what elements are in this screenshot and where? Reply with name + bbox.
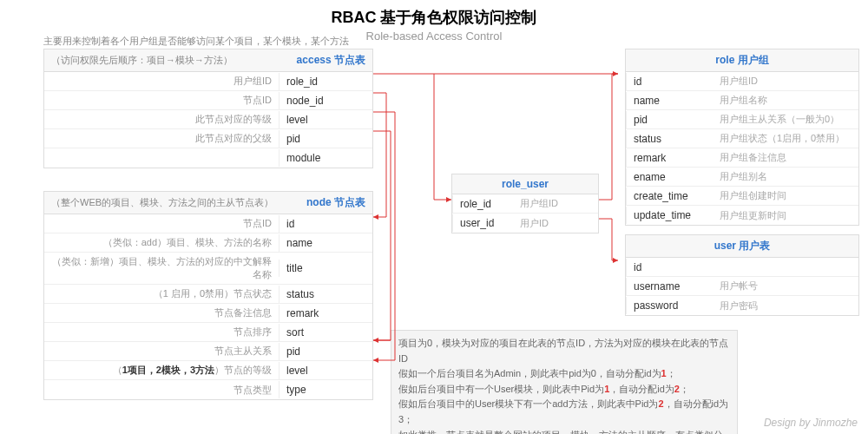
field-label: 此节点对应的父级: [44, 129, 279, 148]
table-row: 节点IDid: [44, 214, 372, 233]
field-label: 用户组ID: [44, 72, 279, 90]
field-label: （类似：新增）项目、模块、方法的对应的中文解释名称: [44, 253, 279, 284]
field-label: 节点ID: [44, 214, 279, 233]
field-name: pid: [279, 130, 372, 148]
field-name: level: [279, 111, 372, 128]
field-note: 用户组备注信息: [713, 148, 858, 167]
field-name: name: [626, 92, 713, 109]
field-note: 用户组主从关系（一般为0）: [713, 110, 858, 128]
table-row: id: [626, 258, 858, 277]
table-name: node 节点表: [306, 195, 365, 210]
table-role: role 用户组 id用户组ID name用户组名称 pid用户组主从关系（一般…: [625, 49, 859, 226]
table-header: （访问权限先后顺序：项目→模块→方法） access 节点表: [44, 49, 372, 72]
field-name: remark: [626, 149, 713, 167]
field-label: 节点类型: [44, 381, 279, 399]
field-label: 此节点对应的等级: [44, 110, 279, 128]
field-label: [44, 155, 279, 161]
field-name: type: [279, 381, 372, 398]
table-name: role 用户组: [715, 53, 768, 68]
explain-line: 项目为0，模块为对应的项目在此表的节点ID，方法为对应的模块在此表的节点ID: [398, 336, 730, 366]
svg-marker-0: [613, 71, 618, 76]
table-row: name用户组名称: [626, 91, 858, 110]
explain-line: 假如后台项目中的User模块下有一个add方法，则此表中Pid为2，自动分配id…: [398, 397, 730, 427]
table-row: （1 启用，0禁用）节点状态status: [44, 285, 372, 304]
svg-marker-2: [373, 214, 378, 220]
field-name: update_time: [626, 207, 713, 224]
field-note: 用户组名称: [713, 91, 858, 109]
table-access: （访问权限先后顺序：项目→模块→方法） access 节点表 用户组IDrole…: [43, 49, 373, 168]
svg-marker-1: [613, 258, 618, 263]
table-row: （类似：add）项目、模块、方法的名称name: [44, 233, 372, 253]
table-row: 节点主从关系pid: [44, 342, 372, 361]
table-row: 节点IDnode_id: [44, 91, 372, 110]
explanation-box: 项目为0，模块为对应的项目在此表的节点ID，方法为对应的模块在此表的节点ID 假…: [391, 330, 738, 434]
field-note: 用户组创建时间: [713, 187, 858, 205]
table-header: role_user: [452, 174, 598, 194]
table-row: 此节点对应的父级pid: [44, 129, 372, 148]
explain-line: 如此类推，节点表就是整个网站的项目、模块、方法的主从顺序，有点类似分类的概念: [398, 428, 730, 434]
table-row: remark用户组备注信息: [626, 148, 858, 168]
explain-line: 假如一个后台项目名为Admin，则此表中pid为0，自动分配id为1；: [398, 366, 730, 382]
field-name: name: [279, 234, 372, 252]
field-label: 节点主从关系: [44, 342, 279, 360]
table-row: 节点排序sort: [44, 323, 372, 342]
field-name: user_id: [452, 214, 513, 232]
table-row: ename用户组别名: [626, 168, 858, 187]
top-description: 主要用来控制着各个用户组是否能够访问某个项目，某个模块，某个方法: [43, 35, 349, 48]
explain-line: 假如后台项目中有一个User模块，则此表中Pid为1，自动分配id为2；: [398, 382, 730, 398]
table-name: access 节点表: [297, 53, 365, 68]
field-note: 用户组别名: [713, 168, 858, 186]
field-name: create_time: [626, 187, 713, 205]
field-note: 用户组状态（1启用，0禁用）: [713, 129, 858, 148]
table-row: 用户组IDrole_id: [44, 72, 372, 91]
table-row: username用户帐号: [626, 277, 858, 296]
field-name: sort: [279, 324, 372, 341]
table-name: user 用户表: [714, 239, 771, 253]
table-row: 此节点对应的等级level: [44, 110, 372, 129]
field-name: username: [626, 278, 713, 295]
table-row: update_time用户组更新时间: [626, 206, 858, 225]
field-label: （类似：add）项目、模块、方法的名称: [44, 233, 279, 252]
table-row: role_id用户组ID: [452, 194, 598, 214]
field-name: id: [626, 73, 713, 90]
table-row: create_time用户组创建时间: [626, 187, 858, 206]
field-name: module: [279, 149, 372, 167]
header-note: （整个WEB的项目、模块、方法之间的主从节点表）: [51, 196, 273, 209]
table-row: user_id用户ID: [452, 214, 598, 233]
main-title: RBAC 基于角色权限访问控制: [0, 7, 868, 28]
table-row: password用户密码: [626, 296, 858, 315]
table-row: pid用户组主从关系（一般为0）: [626, 110, 858, 129]
table-row: status用户组状态（1启用，0禁用）: [626, 129, 858, 148]
table-role-user: role_user role_id用户组ID user_id用户ID: [451, 174, 599, 233]
field-note: 用户组更新时间: [713, 207, 858, 225]
field-note: 用户组ID: [713, 72, 858, 90]
table-row: （1项目，2模块，3方法）节点的等级level: [44, 361, 372, 380]
field-label: （1项目，2模块，3方法）节点的等级: [44, 361, 279, 379]
table-name: role_user: [502, 178, 549, 190]
field-name: id: [626, 259, 713, 276]
field-note: 用户帐号: [713, 277, 858, 295]
table-row: 节点类型type: [44, 380, 372, 399]
field-name: level: [279, 362, 372, 379]
table-row: 节点备注信息remark: [44, 304, 372, 323]
field-name: pid: [626, 111, 713, 128]
field-note: 用户密码: [713, 297, 858, 315]
field-name: id: [279, 215, 372, 233]
header-note: （访问权限先后顺序：项目→模块→方法）: [51, 54, 233, 67]
credit-text: Design by Jinmozhe: [764, 417, 858, 429]
table-user: user 用户表 id username用户帐号 password用户密码: [625, 234, 859, 316]
field-label: （1 启用，0禁用）节点状态: [44, 285, 279, 303]
field-name: role_id: [452, 195, 513, 213]
field-name: pid: [279, 343, 372, 360]
svg-marker-3: [373, 358, 378, 363]
table-header: （整个WEB的项目、模块、方法之间的主从节点表） node 节点表: [44, 192, 372, 214]
field-note: [713, 265, 858, 270]
field-note: 用户组ID: [513, 194, 598, 213]
field-label: 节点备注信息: [44, 304, 279, 322]
field-name: title: [279, 260, 372, 277]
table-row: id用户组ID: [626, 72, 858, 91]
table-row: （类似：新增）项目、模块、方法的对应的中文解释名称title: [44, 253, 372, 285]
field-name: role_id: [279, 73, 372, 90]
table-header: role 用户组: [626, 49, 858, 72]
field-name: remark: [279, 305, 372, 322]
